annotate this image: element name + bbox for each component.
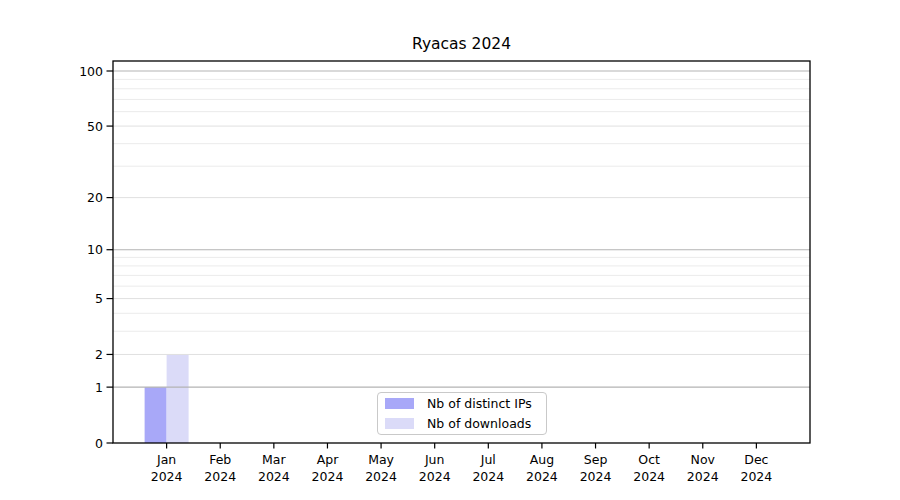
x-tick-label-year: 2024 [419, 469, 451, 484]
legend-label-downloads: Nb of downloads [427, 416, 531, 431]
x-tick-label-year: 2024 [151, 469, 183, 484]
x-tick-label-year: 2024 [740, 469, 772, 484]
legend-swatch-downloads [385, 418, 414, 429]
x-tick-label-month: Oct [638, 452, 660, 467]
y-tick-label: 100 [79, 64, 103, 79]
x-tick-label-month: Feb [209, 452, 231, 467]
chart-canvas: Ryacas 2024 0125102050100Jan2024Feb2024M… [0, 0, 900, 500]
x-tick-label-year: 2024 [258, 469, 290, 484]
x-tick-label-year: 2024 [312, 469, 344, 484]
legend-swatch-distinct-ips [385, 398, 414, 409]
legend: Nb of distinct IPs Nb of downloads [377, 392, 547, 435]
x-tick-label-month: Jan [156, 452, 176, 467]
legend-label-distinct-ips: Nb of distinct IPs [427, 396, 532, 411]
y-tick-label: 50 [87, 119, 103, 134]
bar-distinct-ips-jan [145, 387, 167, 443]
x-tick-label-month: Jul [480, 452, 496, 467]
x-tick-label-month: Dec [744, 452, 768, 467]
x-tick-label-month: Jun [424, 452, 445, 467]
y-tick-label: 20 [87, 190, 103, 205]
plot-border [113, 61, 810, 443]
x-tick-label-year: 2024 [687, 469, 719, 484]
x-tick-label-year: 2024 [580, 469, 612, 484]
y-tick-label: 10 [87, 242, 103, 257]
x-tick-label-year: 2024 [526, 469, 558, 484]
x-tick-label-year: 2024 [365, 469, 397, 484]
x-tick-label-month: Aug [530, 452, 554, 467]
y-tick-label: 1 [95, 380, 103, 395]
x-tick-label-year: 2024 [633, 469, 665, 484]
x-tick-label-year: 2024 [472, 469, 504, 484]
x-tick-label-year: 2024 [204, 469, 236, 484]
y-tick-label: 2 [95, 347, 103, 362]
y-tick-label: 0 [95, 436, 103, 451]
y-tick-label: 5 [95, 291, 103, 306]
x-tick-label-month: Nov [691, 452, 716, 467]
bar-downloads-jan [167, 354, 189, 443]
x-tick-label-month: Sep [584, 452, 608, 467]
x-tick-label-month: May [368, 452, 394, 467]
legend-item-distinct-ips: Nb of distinct IPs [378, 394, 546, 413]
x-tick-label-month: Apr [317, 452, 339, 467]
x-tick-label-month: Mar [262, 452, 286, 467]
legend-item-downloads: Nb of downloads [378, 414, 546, 433]
